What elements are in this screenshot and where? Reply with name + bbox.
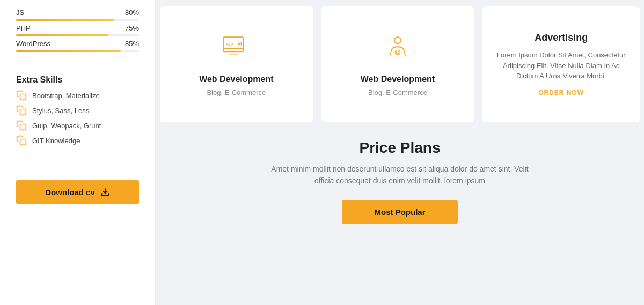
skill-row-wordpress: WordPress 85% [16,40,139,52]
order-now-button[interactable]: ORDER NOW [538,89,584,96]
advertising-title: Advertising [535,32,588,43]
svg-point-14 [396,50,400,55]
extra-skills-title: Extra Skills [16,75,139,85]
download-cv-label: Download cv [45,188,95,197]
service-card-2-sub: Blog, E-Commerce [368,88,427,96]
price-plans-subtitle: Amet minim mollit non deserunt ullamco e… [266,163,534,187]
extra-skill-label-stylus: Stylus, Sass, Less [32,107,89,115]
most-popular-button[interactable]: Most Popular [342,200,457,224]
extra-skill-bootstrap: Bootstrap, Materialize [16,90,139,101]
price-plans-section: Price Plans Amet minim mollit non deseru… [156,129,644,305]
copy-icon-gulp [16,120,27,131]
extra-skill-git: GIT Knowledge [16,135,139,146]
service-card-1-title: Web Development [199,75,273,84]
service-card-2: Web Development Blog, E-Commerce [321,6,474,122]
price-plans-title: Price Plans [360,139,441,157]
svg-rect-3 [20,139,26,145]
extra-skill-stylus: Stylus, Sass, Less [16,105,139,116]
extra-skill-label-bootstrap: Bootstrap, Materialize [32,92,100,100]
svg-rect-10 [237,42,242,46]
download-cv-button[interactable]: Download cv [16,180,139,204]
progress-bg-wordpress [16,50,139,52]
skill-pct-php: 75% [125,24,139,32]
download-icon [100,187,110,197]
service-card-2-icon [382,33,414,67]
copy-icon-git [16,135,27,146]
skill-name-js: JS [16,9,24,17]
skill-name-php: PHP [16,24,31,32]
skill-row-php: PHP 75% [16,24,139,36]
extra-skill-gulp: Gulp, Webpack, Grunt [16,120,139,131]
skill-pct-js: 80% [125,9,139,17]
skill-pct-wordpress: 85% [125,40,139,48]
service-card-1-sub: Blog, E-Commerce [207,88,266,96]
advertising-card: Advertising Lorem Ipsum Dolor Sit Amet, … [482,6,640,122]
skill-row-js: JS 80% [16,9,139,21]
svg-line-16 [390,51,391,56]
service-card-1-icon: </> [220,33,252,67]
service-cards-row: </> Web Development Blog, E-Commerce [156,0,644,129]
svg-rect-1 [20,109,26,115]
extra-skill-label-git: GIT Knowledge [32,137,80,145]
advertising-text: Lorem Ipsum Dolor Sit Amet, Consectetur … [495,50,627,81]
copy-icon-stylus [16,105,27,116]
extra-skill-label-gulp: Gulp, Webpack, Grunt [32,122,101,130]
progress-fill-wordpress [16,50,121,52]
progress-bg-php [16,34,139,36]
progress-fill-php [16,34,108,36]
svg-rect-2 [20,124,26,130]
main-content: </> Web Development Blog, E-Commerce [156,0,644,305]
skills-list: JS 80% PHP 75% WordPress 85% [16,9,139,55]
svg-rect-0 [20,94,26,100]
progress-bg-js [16,19,139,21]
progress-fill-js [16,19,114,21]
service-card-1: </> Web Development Blog, E-Commerce [160,6,313,122]
sidebar: JS 80% PHP 75% WordPress 85% [0,0,156,305]
svg-point-13 [394,37,401,43]
svg-text:</>: </> [226,40,234,47]
divider-download [16,161,139,161]
svg-point-15 [397,51,399,54]
svg-line-17 [404,51,406,56]
extra-skills-section: Extra Skills Bootstrap, Materialize Styl… [16,75,139,150]
skill-name-wordpress: WordPress [16,40,50,48]
service-card-2-title: Web Development [361,75,435,84]
copy-icon-bootstrap [16,90,27,101]
divider-skills [16,66,139,66]
